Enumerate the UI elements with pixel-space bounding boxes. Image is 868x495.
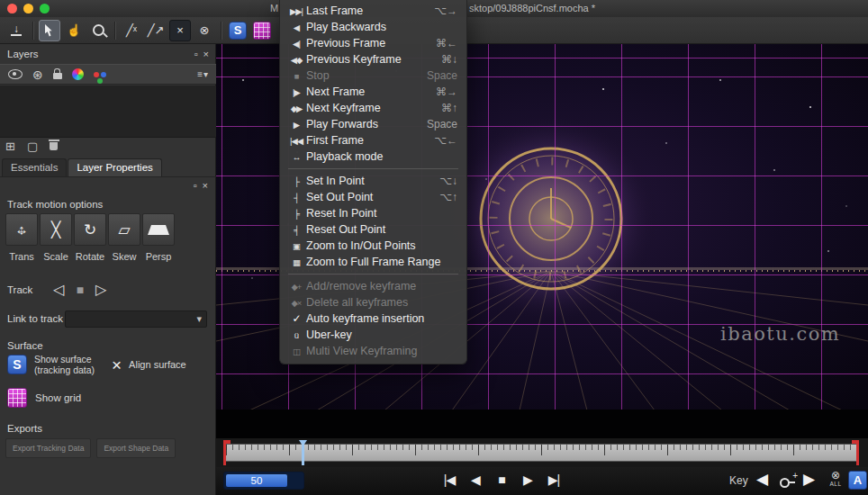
- show-grid-toolbar-toggle[interactable]: [251, 20, 273, 41]
- playback-mode-icon: ↔: [286, 152, 306, 162]
- menu-item-auto-keyframe-insertion[interactable]: ✓Auto keyframe insertion: [280, 310, 466, 327]
- layers-panel-title: Layers: [7, 49, 39, 59]
- menu-item-reset-in-point[interactable]: ╞Reset In Point: [280, 205, 466, 221]
- in-point-marker[interactable]: [223, 440, 226, 465]
- step-backward-button[interactable]: ◀: [469, 472, 482, 487]
- float-panel-icon[interactable]: ▫: [194, 49, 198, 59]
- create-xspline-tool-button[interactable]: ╱ˣ: [121, 20, 142, 41]
- menu-item-next-keyframe[interactable]: ◆▶Next Keyframe⌘↑: [280, 100, 466, 116]
- toolbar-separator: [221, 22, 222, 40]
- play-backwards-icon: ◀: [286, 22, 306, 32]
- close-panel-icon[interactable]: ×: [203, 180, 208, 191]
- float-panel-icon[interactable]: ▫: [194, 180, 197, 191]
- save-button[interactable]: ↓: [5, 20, 27, 41]
- delete-layer-button[interactable]: [50, 140, 58, 153]
- link-to-track-select[interactable]: ▾: [65, 310, 207, 328]
- menu-item-zoom-to-in-out-points[interactable]: ▣Zoom to In/Out Points: [280, 238, 466, 254]
- next-keyframe-button[interactable]: ▶: [803, 472, 815, 487]
- zoom-button[interactable]: [40, 4, 50, 14]
- exports-label: Exports: [7, 423, 42, 434]
- select-tool-button[interactable]: [39, 20, 60, 41]
- tab-essentials[interactable]: Essentials: [2, 158, 67, 176]
- reset-in-point-icon: ╞: [286, 209, 306, 219]
- track-backwards-button[interactable]: ◁: [53, 283, 64, 297]
- rotation-motion-button[interactable]: ↻: [74, 213, 106, 246]
- show-surface-button[interactable]: S: [7, 355, 27, 374]
- align-surface-label: Align surface: [129, 359, 186, 370]
- menu-item-label: Next Keyframe: [306, 102, 430, 114]
- align-surface-button[interactable]: ×: [112, 356, 122, 374]
- show-surface-toolbar-toggle[interactable]: S: [227, 20, 249, 41]
- export-shape-data-button[interactable]: Export Shape Data: [96, 438, 176, 458]
- current-frame-field[interactable]: 50: [223, 472, 304, 490]
- cursor-icon: [45, 24, 55, 37]
- track-forwards-button[interactable]: ▷: [95, 283, 106, 297]
- surface-icon: S: [229, 22, 247, 40]
- show-surface-label: Show surface (tracking data): [34, 354, 104, 375]
- bottom-bar: 50 |◀ ◀ ■ ▶ ▶| Key ◀ + ▶ ⊗ ALL A: [216, 467, 868, 495]
- scale-motion-button[interactable]: ╳: [40, 213, 72, 246]
- create-bezier-tool-button[interactable]: ╱↗: [145, 20, 167, 41]
- track-stop-button[interactable]: ■: [77, 284, 84, 296]
- lock-icon[interactable]: [53, 73, 62, 79]
- duplicate-layer-button[interactable]: ▢: [27, 140, 38, 153]
- x-marker-tool-button[interactable]: ×: [169, 20, 191, 41]
- step-forward-button[interactable]: ▶: [521, 472, 534, 487]
- translation-icon: ↔↕: [14, 221, 30, 238]
- menu-item-zoom-to-full-frame-range[interactable]: ▦Zoom to Full Frame Range: [280, 254, 466, 270]
- left-panel: Layers ▫ × ⊛ ≡▾ ⊞ ▢ Essentials Layer Pro…: [0, 44, 216, 495]
- show-grid-button[interactable]: [7, 388, 27, 408]
- minimize-button[interactable]: [23, 4, 33, 14]
- menu-item-next-frame[interactable]: |▶Next Frame⌘→: [280, 84, 466, 100]
- menu-item-playback-mode[interactable]: ↔Playback mode: [280, 148, 466, 165]
- pan-tool-button[interactable]: ☝: [63, 20, 85, 41]
- prev-keyframe-button[interactable]: ◀: [756, 472, 768, 487]
- menu-item-first-frame[interactable]: |◀◀First Frame⌥←: [280, 132, 466, 148]
- window-title-fragment: M: [270, 3, 278, 14]
- stop-button[interactable]: ■: [495, 472, 508, 487]
- export-tracking-data-button[interactable]: Export Tracking Data: [5, 438, 91, 458]
- watermark-text: ibaotu.com: [720, 323, 840, 345]
- visibility-icon[interactable]: [8, 69, 23, 79]
- close-button[interactable]: [7, 4, 17, 14]
- menu-item-reset-out-point[interactable]: ╡Reset Out Point: [280, 221, 466, 238]
- set-out-point-icon: ┤: [286, 193, 306, 202]
- perspective-icon: [148, 225, 169, 235]
- gear-icon[interactable]: ⊛: [32, 68, 43, 81]
- layer-list-menu-icon[interactable]: ≡▾: [197, 69, 209, 79]
- circle-x-tool-button[interactable]: ⊗: [194, 20, 215, 41]
- perspective-motion-button[interactable]: [142, 213, 175, 246]
- transport-controls: |◀ ◀ ■ ▶ ▶|: [443, 472, 560, 487]
- menu-item-previous-keyframe[interactable]: ◀◆Previous Keyframe⌘↓: [280, 51, 466, 68]
- tab-layer-properties[interactable]: Layer Properties: [68, 158, 161, 176]
- menu-item-set-in-point[interactable]: ├Set In Point⌥↓: [280, 173, 466, 189]
- set-in-point-icon: ├: [286, 176, 306, 186]
- letterbox-strip: [216, 410, 868, 438]
- close-panel-icon[interactable]: ×: [203, 49, 209, 59]
- timeline-ruler[interactable]: [225, 444, 859, 462]
- goto-prev-keyframe-button[interactable]: |◀: [443, 472, 456, 487]
- menu-item-uber-key[interactable]: üUber-key: [280, 327, 466, 343]
- zoom-tool-button[interactable]: [87, 20, 109, 41]
- translation-motion-button[interactable]: ↔↕: [5, 213, 38, 246]
- goto-next-keyframe-button[interactable]: ▶|: [547, 472, 560, 487]
- view-all-toggle[interactable]: ⊗ ALL: [827, 470, 845, 488]
- color-wheel-icon[interactable]: [72, 68, 84, 80]
- menu-item-play-forwards[interactable]: ▶Play ForwardsSpace: [280, 116, 466, 132]
- skew-motion-button[interactable]: ▱: [108, 213, 140, 246]
- previous-frame-icon: ◀|: [286, 39, 306, 49]
- layers-list[interactable]: [0, 86, 216, 138]
- key-label: Key: [729, 474, 748, 487]
- menu-item-set-out-point[interactable]: ┤Set Out Point⌥↑: [280, 189, 466, 205]
- new-group-button[interactable]: ⊞: [5, 140, 15, 153]
- color-dots-icon[interactable]: [94, 72, 99, 77]
- plus-icon: +: [792, 471, 798, 481]
- playhead[interactable]: [302, 440, 304, 465]
- add-keyframe-button[interactable]: +: [778, 472, 798, 489]
- menu-item-play-backwards[interactable]: ◀Play Backwards: [280, 19, 466, 35]
- autokey-indicator-button[interactable]: A: [848, 471, 867, 490]
- hand-icon: ☝: [67, 23, 81, 37]
- menu-item-last-frame[interactable]: ▶▶|Last Frame⌥→: [280, 3, 466, 19]
- out-point-marker[interactable]: [856, 440, 859, 465]
- menu-item-previous-frame[interactable]: ◀|Previous Frame⌘←: [280, 35, 466, 51]
